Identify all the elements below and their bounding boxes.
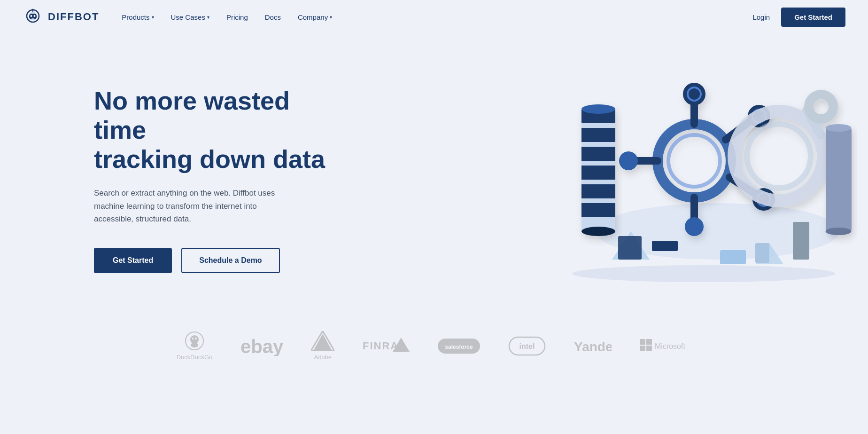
svg-rect-66 <box>640 339 645 345</box>
nav-docs[interactable]: Docs <box>257 9 288 25</box>
microsoft-icon: Microsoft <box>640 336 691 356</box>
logo-finra: FINRA <box>363 336 410 356</box>
diffbot-logo-icon <box>23 7 43 27</box>
svg-point-35 <box>747 124 811 188</box>
hero-buttons: Get Started Schedule a Demo <box>94 248 338 273</box>
svg-text:salesforce: salesforce <box>445 344 473 350</box>
svg-text:Microsoft: Microsoft <box>655 342 685 350</box>
svg-text:intel: intel <box>519 342 535 350</box>
svg-point-40 <box>826 228 852 235</box>
svg-point-39 <box>826 124 852 132</box>
svg-point-51 <box>191 343 198 347</box>
use-cases-chevron-icon: ▾ <box>207 15 209 20</box>
duckduckgo-icon <box>185 331 204 351</box>
svg-rect-38 <box>826 128 852 231</box>
logo-intel: intel <box>508 336 546 356</box>
adobe-icon <box>311 331 334 351</box>
svg-rect-68 <box>640 346 645 351</box>
svg-rect-12 <box>581 128 615 142</box>
svg-point-55 <box>196 339 197 339</box>
hero-graphic <box>539 34 868 316</box>
nav-products[interactable]: Products ▾ <box>114 9 161 25</box>
yandex-icon: Yandex <box>574 336 612 356</box>
svg-rect-69 <box>646 346 652 351</box>
schedule-demo-button[interactable]: Schedule a Demo <box>181 248 279 273</box>
hero-subtitle: Search or extract anything on the web. D… <box>94 187 291 225</box>
logo-adobe: Adobe <box>311 331 334 361</box>
svg-point-18 <box>581 227 615 236</box>
ebay-icon: ebay <box>240 336 283 356</box>
svg-point-33 <box>619 151 638 170</box>
intel-icon: intel <box>508 336 546 356</box>
svg-rect-43 <box>720 250 746 264</box>
hero-title: No more wasted time tracking down data <box>94 86 338 174</box>
svg-rect-16 <box>581 203 615 217</box>
logo-duckduckgo: DuckDuckGo <box>177 331 213 361</box>
salesforce-icon: salesforce <box>438 336 480 356</box>
products-chevron-icon: ▾ <box>152 15 154 20</box>
svg-point-20 <box>668 135 720 187</box>
logo-salesforce: salesforce <box>438 336 480 356</box>
company-chevron-icon: ▾ <box>330 15 332 20</box>
svg-rect-67 <box>646 339 652 345</box>
svg-text:ebay: ebay <box>240 336 283 356</box>
svg-point-22 <box>683 83 705 105</box>
nav-pricing[interactable]: Pricing <box>219 9 256 25</box>
logo-yandex: Yandex <box>574 336 612 356</box>
hero-3d-illustration <box>539 34 868 316</box>
svg-rect-6 <box>31 18 34 19</box>
svg-point-54 <box>193 339 194 339</box>
svg-rect-47 <box>755 243 769 263</box>
adobe-label: Adobe <box>314 354 332 361</box>
svg-text:Yandex: Yandex <box>574 339 612 354</box>
get-started-nav-button[interactable]: Get Started <box>781 8 845 27</box>
svg-point-48 <box>572 265 835 282</box>
hero-content: No more wasted time tracking down data S… <box>94 86 338 273</box>
nav-company[interactable]: Company ▾ <box>290 9 340 25</box>
svg-rect-45 <box>618 236 642 260</box>
svg-rect-13 <box>581 147 615 161</box>
svg-point-8 <box>32 9 34 10</box>
svg-point-17 <box>581 104 615 114</box>
svg-rect-14 <box>581 166 615 180</box>
login-link[interactable]: Login <box>752 13 770 21</box>
svg-text:FINRA: FINRA <box>363 340 399 352</box>
svg-point-37 <box>809 95 833 119</box>
duckduckgo-label: DuckDuckGo <box>177 354 213 361</box>
navbar: DIFFBOT Products ▾ Use Cases ▾ Pricing D… <box>0 0 868 34</box>
logos-strip: DuckDuckGo ebay Adobe FINRA <box>0 316 868 379</box>
svg-point-4 <box>31 15 32 17</box>
svg-point-5 <box>34 15 36 17</box>
svg-rect-15 <box>581 184 615 198</box>
svg-point-31 <box>685 217 704 236</box>
svg-point-50 <box>190 335 199 344</box>
nav-use-cases[interactable]: Use Cases ▾ <box>163 9 217 25</box>
nav-right: Login Get Started <box>752 8 845 27</box>
brand-name: DIFFBOT <box>48 11 99 23</box>
svg-rect-42 <box>652 241 678 251</box>
hero-section: No more wasted time tracking down data S… <box>0 34 868 316</box>
nav-links: Products ▾ Use Cases ▾ Pricing Docs Comp… <box>114 9 752 25</box>
finra-icon: FINRA <box>363 336 410 356</box>
logo[interactable]: DIFFBOT <box>23 7 99 27</box>
logo-ebay: ebay <box>240 336 283 356</box>
logo-microsoft: Microsoft <box>640 336 691 356</box>
svg-rect-46 <box>793 222 809 260</box>
get-started-hero-button[interactable]: Get Started <box>94 248 172 273</box>
